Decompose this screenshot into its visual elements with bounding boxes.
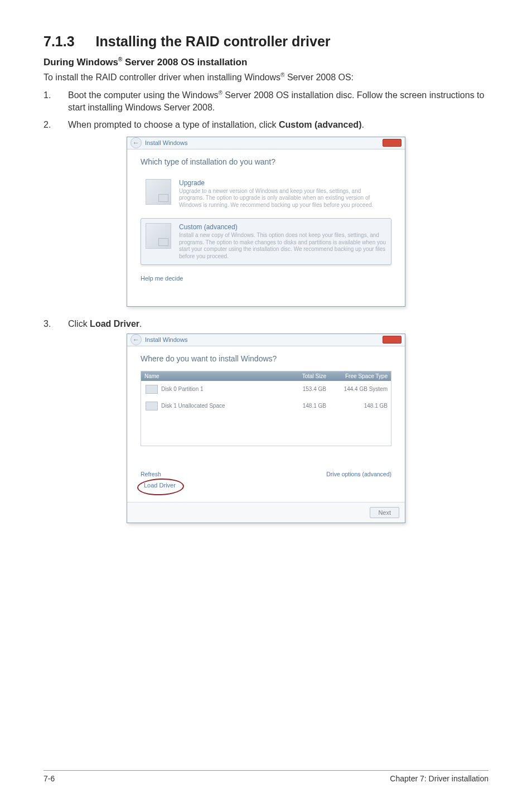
upgrade-title: Upgrade [179,179,386,187]
page-footer: 7-6 Chapter 7: Driver installation [43,770,489,783]
upgrade-icon [146,179,171,205]
window-title: Install Windows [145,139,187,146]
intro-text: To install the RAID controller driver wh… [43,71,489,84]
disk-row[interactable]: Disk 0 Partition 1 153.4 GB 144.4 GB Sys… [141,381,391,398]
back-button[interactable]: ← [130,137,142,148]
install-type-question: Which type of installation do you want? [141,157,391,166]
section-heading: 7.1.3Installing the RAID controller driv… [43,33,489,50]
step-body: Click Load Driver. [68,318,489,330]
chapter-label: Chapter 7: Driver installation [390,774,489,783]
drive-options-link[interactable]: Drive options (advanced) [326,471,391,477]
step-2: 2. When prompted to choose a type of ins… [43,119,489,131]
install-location-question: Where do you want to install Windows? [141,354,391,363]
disk-icon [146,402,158,410]
step-3: 3. Click Load Driver. [43,318,489,330]
option-upgrade[interactable]: Upgrade Upgrade to a newer version of Wi… [141,174,391,214]
window-titlebar: ← Install Windows [127,334,405,346]
section-number: 7.1.3 [43,33,75,50]
col-total: Total Size [291,371,330,381]
wizard-footer: Next [127,502,405,523]
step-number: 2. [43,119,68,131]
custom-icon [146,223,171,249]
section-title: Installing the RAID controller driver [96,33,331,49]
disk-table-header: Name Total Size Free Space Type [141,371,391,381]
load-driver-link[interactable]: Load Driver [141,481,180,491]
subsection-heading: During Windows® Server 2008 OS installat… [43,56,489,68]
col-name: Name [141,371,291,381]
page-number: 7-6 [43,774,55,783]
disk-icon [146,385,158,394]
refresh-link[interactable]: Refresh [141,471,180,477]
custom-desc: Install a new copy of Windows. This opti… [179,232,386,260]
option-custom[interactable]: Custom (advanced) Install a new copy of … [141,218,391,265]
custom-title: Custom (advanced) [179,223,386,231]
next-button[interactable]: Next [370,507,399,518]
col-free: Free Space Type [330,371,391,381]
step-body: Boot the computer using the Windows® Ser… [68,89,489,114]
close-button[interactable] [383,336,402,344]
step-1: 1. Boot the computer using the Windows® … [43,89,489,114]
step-body: When prompted to choose a type of instal… [68,119,489,131]
step-number: 1. [43,89,68,114]
help-me-decide-link[interactable]: Help me decide [141,275,391,282]
step-number: 3. [43,318,68,330]
window-title: Install Windows [145,336,187,343]
upgrade-desc: Upgrade to a newer version of Windows an… [179,188,386,209]
window-titlebar: ← Install Windows [127,137,405,149]
disk-row[interactable]: Disk 1 Unallocated Space 148.1 GB 148.1 … [141,398,391,414]
close-button[interactable] [383,139,402,147]
back-button[interactable]: ← [130,334,142,345]
install-location-window: ← Install Windows Where do you want to i… [127,334,405,523]
install-type-window: ← Install Windows Which type of installa… [127,137,405,307]
